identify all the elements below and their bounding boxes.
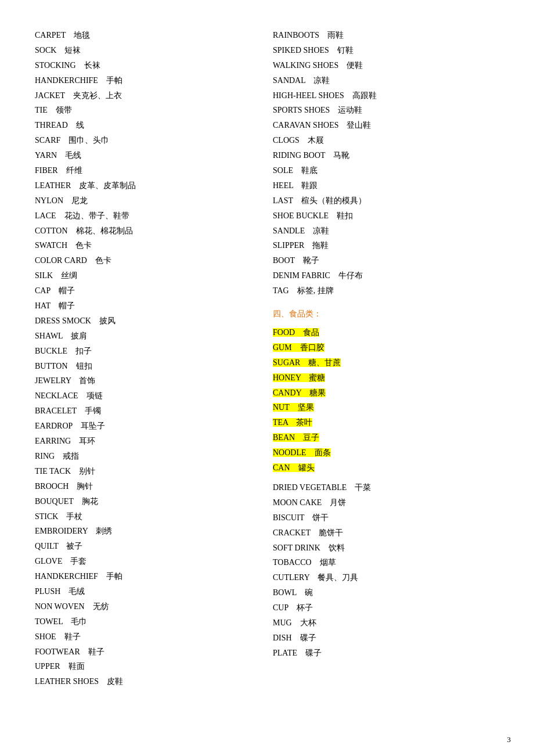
list-item: HANDKERCHIEF 手帕 xyxy=(35,569,255,584)
list-item: JACKET 夹克衫、上衣 xyxy=(35,88,255,103)
list-item: MUG 大杯 xyxy=(273,615,499,631)
list-item: BUTTON 钮扣 xyxy=(35,359,255,374)
list-item: PLUSH 毛绒 xyxy=(35,584,255,599)
list-item: TIE 领带 xyxy=(35,103,255,118)
list-item: SCARF 围巾、头巾 xyxy=(35,133,255,148)
list-item: SHOE 鞋子 xyxy=(35,629,255,645)
list-item: DRESS SMOCK 披风 xyxy=(35,314,255,329)
list-item: BOUQUET 胸花 xyxy=(35,494,255,509)
list-item: CANDY 糖果 xyxy=(273,386,499,401)
list-item: FOOD 食品 xyxy=(273,325,499,340)
list-item: QUILT 被子 xyxy=(35,539,255,554)
list-item: YARN 毛线 xyxy=(35,148,255,163)
list-item: LEATHER SHOES 皮鞋 xyxy=(35,674,255,689)
list-item: CARAVAN SHOES 登山鞋 xyxy=(273,118,499,133)
left-column: CARPET 地毯SOCK 短袜STOCKING 长袜HANDKERCHIFE … xyxy=(35,23,267,689)
list-item: SWATCH 色卡 xyxy=(35,238,255,253)
list-item: SOFT DRINK 饮料 xyxy=(273,541,499,556)
list-item: THREAD 线 xyxy=(35,118,255,133)
page-number: 3 xyxy=(507,735,511,744)
section-header: 四、食品类： xyxy=(273,309,499,319)
list-item: SPORTS SHOES 运动鞋 xyxy=(273,103,499,118)
left-vocab-list: CARPET 地毯SOCK 短袜STOCKING 长袜HANDKERCHIFE … xyxy=(35,28,255,689)
list-item: BRACELET 手镯 xyxy=(35,404,255,419)
list-item: RING 戒指 xyxy=(35,449,255,464)
list-item: BOWL 碗 xyxy=(273,585,499,600)
list-item: BEAN 豆子 xyxy=(273,430,499,445)
list-item: FOOTWEAR 鞋子 xyxy=(35,645,255,660)
list-item: TOWEL 毛巾 xyxy=(35,614,255,629)
list-item: CAN 罐头 xyxy=(273,460,499,476)
list-item: CARPET 地毯 xyxy=(35,28,255,43)
list-item: BISCUIT 饼干 xyxy=(273,510,499,525)
list-item: NON WOVEN 无纺 xyxy=(35,599,255,614)
list-item: NYLON 尼龙 xyxy=(35,193,255,208)
list-item: SPIKED SHOES 钉鞋 xyxy=(273,43,499,58)
list-item: CLOGS 木屐 xyxy=(273,133,499,148)
list-item: HEEL 鞋跟 xyxy=(273,178,499,193)
list-item: DISH 碟子 xyxy=(273,631,499,646)
list-item: EARRING 耳环 xyxy=(35,434,255,449)
list-item: WALKING SHOES 便鞋 xyxy=(273,58,499,73)
list-item: BROOCH 胸针 xyxy=(35,479,255,494)
list-item: FIBER 纤维 xyxy=(35,163,255,178)
list-item: TOBACCO 烟草 xyxy=(273,555,499,570)
list-item: BOOT 靴子 xyxy=(273,253,499,268)
food-normal-list: DRIED VEGETABLE 干菜MOON CAKE 月饼BISCUIT 饼干… xyxy=(273,480,499,661)
list-item: SOCK 短袜 xyxy=(35,43,255,58)
list-item: SHOE BUCKLE 鞋扣 xyxy=(273,208,499,224)
list-item: SILK 丝绸 xyxy=(35,268,255,283)
list-item: TAG 标签, 挂牌 xyxy=(273,283,499,298)
list-item: NUT 坚果 xyxy=(273,400,499,415)
list-item: COTTON 棉花、棉花制品 xyxy=(35,224,255,239)
list-item: RAINBOOTS 雨鞋 xyxy=(273,28,499,43)
main-content: CARPET 地毯SOCK 短袜STOCKING 长袜HANDKERCHIFE … xyxy=(35,23,499,689)
list-item: DENIM FABRIC 牛仔布 xyxy=(273,268,499,283)
list-item: LACE 花边、带子、鞋带 xyxy=(35,208,255,224)
list-item: STICK 手杖 xyxy=(35,509,255,524)
list-item: TEA 茶叶 xyxy=(273,415,499,430)
list-item: SOLE 鞋底 xyxy=(273,163,499,178)
food-highlighted-list: FOOD 食品GUM 香口胶SUGAR 糖、甘蔗HONEY 蜜糖CANDY 糖果… xyxy=(273,325,499,476)
list-item: BUCKLE 扣子 xyxy=(35,344,255,359)
list-item: COLOR CARD 色卡 xyxy=(35,253,255,268)
list-item: SLIPPER 拖鞋 xyxy=(273,238,499,253)
list-item: SANDAL 凉鞋 xyxy=(273,73,499,88)
list-item: GLOVE 手套 xyxy=(35,554,255,569)
list-item: RIDING BOOT 马靴 xyxy=(273,148,499,163)
list-item: CAP 帽子 xyxy=(35,283,255,298)
list-item: SANDLE 凉鞋 xyxy=(273,224,499,239)
list-item: SHAWL 披肩 xyxy=(35,329,255,344)
list-item: SUGAR 糖、甘蔗 xyxy=(273,355,499,370)
list-item: CRACKET 脆饼干 xyxy=(273,525,499,541)
list-item: PLATE 碟子 xyxy=(273,646,499,661)
list-item: LEATHER 皮革、皮革制品 xyxy=(35,178,255,193)
list-item: NOODLE 面条 xyxy=(273,445,499,460)
list-item: MOON CAKE 月饼 xyxy=(273,495,499,510)
list-item: HIGH-HEEL SHOES 高跟鞋 xyxy=(273,88,499,103)
list-item: LAST 楦头（鞋的模具） xyxy=(273,193,499,208)
list-item: CUP 杯子 xyxy=(273,600,499,615)
list-item: TIE TACK 别针 xyxy=(35,464,255,479)
right-column: RAINBOOTS 雨鞋SPIKED SHOES 钉鞋WALKING SHOES… xyxy=(267,23,499,689)
list-item: HAT 帽子 xyxy=(35,298,255,314)
list-item: EARDROP 耳坠子 xyxy=(35,419,255,434)
list-item: HONEY 蜜糖 xyxy=(273,370,499,386)
right-shoes-list: RAINBOOTS 雨鞋SPIKED SHOES 钉鞋WALKING SHOES… xyxy=(273,28,499,298)
list-item: GUM 香口胶 xyxy=(273,340,499,355)
list-item: HANDKERCHIFE 手帕 xyxy=(35,73,255,88)
list-item: UPPER 鞋面 xyxy=(35,659,255,674)
list-item: STOCKING 长袜 xyxy=(35,58,255,73)
list-item: EMBROIDERY 刺绣 xyxy=(35,524,255,539)
list-item: JEWELRY 首饰 xyxy=(35,373,255,388)
list-item: NECKLACE 项链 xyxy=(35,388,255,404)
list-item: DRIED VEGETABLE 干菜 xyxy=(273,480,499,495)
list-item: CUTLERY 餐具、刀具 xyxy=(273,570,499,585)
